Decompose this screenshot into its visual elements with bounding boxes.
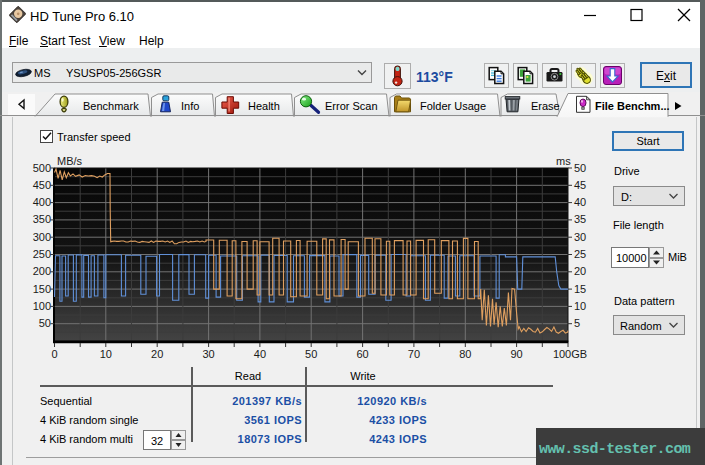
svg-text:10: 10 xyxy=(100,348,112,360)
svg-text:350: 350 xyxy=(33,213,51,225)
svg-text:250: 250 xyxy=(33,248,51,260)
svg-text:150: 150 xyxy=(33,283,51,295)
svg-text:400: 400 xyxy=(33,196,51,208)
svg-text:60: 60 xyxy=(356,348,368,360)
svg-text:File Benchm...: File Benchm... xyxy=(595,100,670,112)
svg-text:0: 0 xyxy=(51,348,57,360)
svg-text:20: 20 xyxy=(151,348,163,360)
svg-text:Health: Health xyxy=(248,100,280,112)
svg-text:50: 50 xyxy=(574,162,586,174)
svg-text:25: 25 xyxy=(574,248,586,260)
svg-text:Info: Info xyxy=(181,100,199,112)
svg-text:Benchmark: Benchmark xyxy=(83,100,139,112)
svg-text:300: 300 xyxy=(33,231,51,243)
svg-text:ms: ms xyxy=(556,155,571,167)
svg-text:50: 50 xyxy=(305,348,317,360)
svg-text:100: 100 xyxy=(33,300,51,312)
svg-text:5: 5 xyxy=(574,317,580,329)
svg-text:Erase: Erase xyxy=(531,100,560,112)
svg-text:Folder Usage: Folder Usage xyxy=(420,100,486,112)
svg-text:30: 30 xyxy=(202,348,214,360)
svg-text:500: 500 xyxy=(33,162,51,174)
svg-text:Error Scan: Error Scan xyxy=(325,100,378,112)
svg-text:100GB: 100GB xyxy=(553,348,587,360)
svg-text:30: 30 xyxy=(574,231,586,243)
svg-text:40: 40 xyxy=(574,196,586,208)
svg-text:200: 200 xyxy=(33,265,51,277)
svg-text:45: 45 xyxy=(574,179,586,191)
svg-text:450: 450 xyxy=(33,179,51,191)
svg-text:35: 35 xyxy=(574,213,586,225)
svg-text:40: 40 xyxy=(254,348,266,360)
svg-text:MB/s: MB/s xyxy=(57,155,83,167)
svg-text:15: 15 xyxy=(574,283,586,295)
svg-text:70: 70 xyxy=(408,348,420,360)
svg-text:20: 20 xyxy=(574,265,586,277)
svg-text:80: 80 xyxy=(459,348,471,360)
svg-text:10: 10 xyxy=(574,300,586,312)
svg-text:90: 90 xyxy=(510,348,522,360)
svg-text:50: 50 xyxy=(39,317,51,329)
